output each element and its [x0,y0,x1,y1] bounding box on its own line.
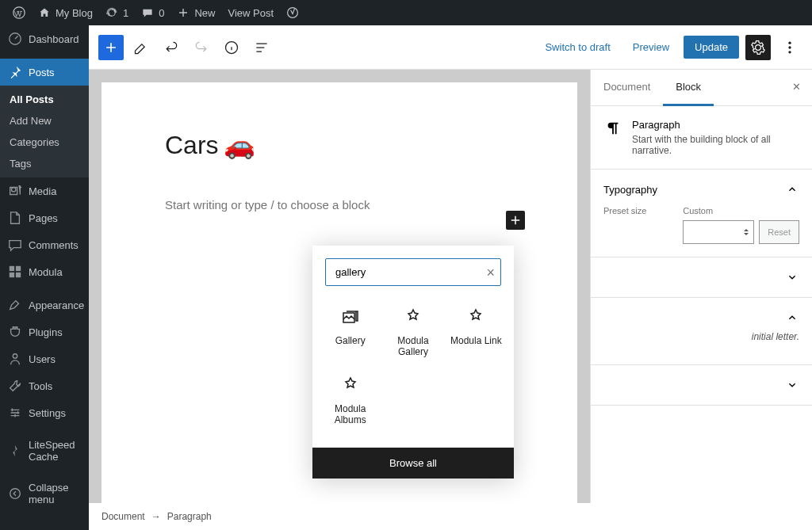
drop-cap-hint: initial letter. [603,331,799,352]
paragraph-icon [603,119,622,138]
block-modula-gallery[interactable]: Modula Gallery [381,299,444,367]
svg-rect-8 [16,273,21,277]
block-gallery[interactable]: Gallery [319,299,381,367]
custom-size-input[interactable] [683,220,754,244]
sidebar-collapse[interactable]: Collapse menu [0,475,89,512]
wordpress-icon [13,6,25,19]
view-post-link[interactable]: View Post [221,0,280,25]
clear-search-button[interactable]: × [486,264,495,280]
submenu-add-new[interactable]: Add New [0,110,89,132]
new-label: New [194,7,215,19]
settings-panel: Document Block ✕ Paragraph Start with th… [590,70,812,503]
users-icon [8,352,22,366]
admin-bar: My Blog 1 0 New View Post [0,0,812,25]
posts-submenu: All Posts Add New Categories Tags [0,86,89,177]
collapse-icon [8,486,22,501]
custom-label: Custom [683,206,754,215]
admin-sidebar: Dashboard Posts All Posts Add New Catego… [0,25,89,530]
updates-link[interactable]: 1 [99,0,135,25]
svg-point-4 [12,188,16,192]
block-modula-albums[interactable]: Modula Albums [319,367,381,435]
post-title[interactable]: Cars🚗 [165,130,514,160]
breadcrumb-paragraph[interactable]: Paragraph [167,511,212,522]
update-button[interactable]: Update [684,36,739,59]
edit-mode-button[interactable] [128,35,154,60]
typography-toggle[interactable]: Typography [603,182,799,196]
breadcrumb-document[interactable]: Document [102,511,145,522]
breadcrumb-arrow-icon: → [151,511,161,522]
editor-content: Switch to draft Preview Update Cars🚗 Sta… [89,25,812,530]
editor-canvas: Cars🚗 Start writing or type / to choose … [89,70,590,503]
block-modula-link[interactable]: Modula Link [445,299,508,367]
more-options-button[interactable] [777,35,802,60]
wp-logo[interactable] [6,0,32,25]
chevron-down-icon [785,378,799,392]
modula-gallery-icon [404,308,423,327]
info-button[interactable] [219,35,244,60]
comment-icon [141,6,154,19]
block-description: Paragraph Start with the building block … [591,106,812,170]
plus-icon [177,6,190,19]
sidebar-posts[interactable]: Posts [0,59,89,86]
typography-section: Typography Preset size Custom Reset [591,170,812,257]
block-inserter-popover: × Gallery Modula Gallery [312,246,514,479]
svg-rect-7 [10,273,14,277]
sidebar-litespeed[interactable]: LiteSpeed Cache [0,433,89,469]
pages-icon [8,211,22,225]
settings-panel-button[interactable] [745,35,771,60]
tab-document[interactable]: Document [591,70,663,105]
undo-button[interactable] [159,35,184,60]
sidebar-media[interactable]: Media [0,177,89,204]
svg-point-12 [788,41,791,44]
sidebar-users[interactable]: Users [0,345,89,372]
modula-link-icon [466,308,485,327]
sidebar-settings[interactable]: Settings [0,399,89,426]
collapsed-section-3[interactable] [591,365,812,406]
block-name: Paragraph [632,119,799,131]
modula-icon [8,265,22,279]
comments-icon [8,238,22,252]
pin-icon [8,65,22,79]
svg-point-14 [788,51,791,53]
site-home[interactable]: My Blog [32,0,99,25]
inserter-search-input[interactable] [325,258,501,286]
sidebar-comments[interactable]: Comments [0,231,89,258]
submenu-tags[interactable]: Tags [0,153,89,174]
sidebar-modula[interactable]: Modula [0,258,89,285]
litespeed-icon [8,444,22,458]
chevron-down-icon [785,270,799,284]
yoast-icon [286,6,299,19]
car-emoji: 🚗 [224,130,255,160]
sidebar-plugins[interactable]: Plugins [0,318,89,345]
svg-point-13 [788,46,791,48]
submenu-categories[interactable]: Categories [0,132,89,153]
sidebar-appearance[interactable]: Appearance [0,292,89,318]
chevron-up-icon [785,182,799,196]
reset-button[interactable]: Reset [759,220,799,244]
outline-button[interactable] [249,35,274,60]
settings-icon [8,406,22,420]
comments-count: 0 [159,7,164,19]
switch-draft-button[interactable]: Switch to draft [537,36,618,58]
add-block-button[interactable] [98,35,124,60]
home-icon [38,6,51,19]
redo-button[interactable] [189,35,214,60]
new-content[interactable]: New [170,0,221,25]
svg-point-10 [10,489,21,499]
preview-button[interactable]: Preview [625,36,677,58]
submenu-all-posts[interactable]: All Posts [0,89,89,110]
yoast-link[interactable] [280,0,305,25]
comments-link[interactable]: 0 [135,0,170,25]
block-placeholder[interactable]: Start writing or type / to choose a bloc… [165,198,514,212]
svg-rect-5 [10,266,14,271]
site-name: My Blog [56,7,93,19]
browse-all-button[interactable]: Browse all [312,448,514,479]
tab-block[interactable]: Block [663,70,714,106]
inline-add-block-button[interactable] [506,211,525,230]
close-panel-button[interactable]: ✕ [781,70,812,105]
sidebar-pages[interactable]: Pages [0,204,89,231]
media-icon [8,184,22,198]
sidebar-dashboard[interactable]: Dashboard [0,25,89,52]
sidebar-tools[interactable]: Tools [0,372,89,399]
collapsed-section-1[interactable] [591,257,812,298]
